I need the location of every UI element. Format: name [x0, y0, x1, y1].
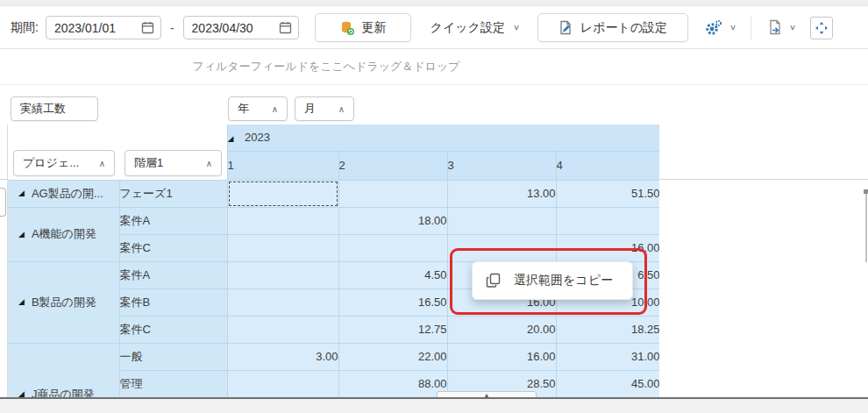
row-group-header[interactable]: ◢J商品の開発 — [8, 343, 119, 397]
pivot-cell-selected[interactable] — [227, 180, 338, 207]
column-field-year-button[interactable]: 年 ∧ — [228, 96, 288, 121]
pivot-cell[interactable] — [556, 207, 659, 234]
header-divider-right — [659, 179, 868, 180]
quick-settings-label: クイック設定 — [430, 20, 505, 36]
row-group-header[interactable]: ◢B製品の開発 — [8, 261, 119, 343]
pivot-cell[interactable]: 4.50 — [338, 261, 447, 288]
export-document-icon — [767, 19, 783, 36]
sort-ascending-icon: ∧ — [206, 159, 212, 168]
quick-settings-dropdown[interactable]: クイック設定 ∨ — [423, 15, 527, 41]
row-field-project-button[interactable]: プロジェ... ∧ — [13, 150, 115, 176]
year-header-cell[interactable]: ◢ 2023 — [227, 125, 659, 151]
row-sub-header[interactable]: 案件A — [119, 207, 227, 234]
vertical-scrollbar-cap — [864, 189, 868, 194]
row-sub-header[interactable]: フェーズ1 — [119, 180, 227, 207]
pivot-cell[interactable] — [227, 261, 338, 288]
row-group-header[interactable]: ◢A機能の開発 — [8, 207, 119, 261]
row-sub-header[interactable]: 案件A — [119, 261, 227, 288]
date-from-input[interactable]: 2023/01/01 — [46, 16, 161, 39]
collapse-triangle-icon[interactable]: ◢ — [18, 189, 25, 197]
row-group-header[interactable]: ◢AG製品の開... — [8, 180, 119, 207]
month-column-header[interactable]: 3 — [447, 151, 556, 180]
report-settings-label: レポートの設定 — [580, 20, 667, 36]
collapse-triangle-icon[interactable]: ◢ — [18, 298, 25, 306]
filter-zone-divider — [0, 84, 868, 85]
row-sub-header[interactable]: 一般 — [119, 343, 227, 370]
month-column-header[interactable]: 2 — [338, 151, 447, 180]
left-splitter-handle[interactable] — [0, 188, 6, 217]
report-edit-icon — [559, 20, 573, 35]
context-menu-copy-label: 選択範囲をコピー — [514, 273, 613, 288]
group-label: J商品の開発 — [32, 387, 95, 398]
pivot-cell[interactable] — [447, 234, 556, 261]
project-field-label: プロジェ... — [23, 155, 79, 171]
group-label: A機能の開発 — [32, 226, 96, 242]
pivot-cell[interactable] — [227, 207, 338, 234]
pivot-cell[interactable] — [227, 370, 338, 397]
collapse-triangle-icon[interactable]: ◢ — [228, 134, 234, 143]
pivot-cell[interactable]: 88.00 — [338, 370, 447, 397]
row-sub-header[interactable]: 案件C — [119, 316, 227, 343]
chevron-down-icon: ∨ — [729, 23, 736, 32]
pivot-cell[interactable] — [227, 234, 338, 261]
pivot-cell[interactable] — [227, 316, 338, 343]
calendar-icon[interactable] — [279, 21, 292, 34]
pivot-cell[interactable]: 16.00 — [556, 234, 659, 261]
collapse-triangle-icon[interactable]: ◢ — [18, 390, 25, 397]
update-button-label: 更新 — [362, 20, 387, 36]
database-refresh-icon — [339, 20, 355, 36]
pivot-cell[interactable]: 18.00 — [338, 207, 447, 234]
group-label: B製品の開発 — [32, 295, 96, 310]
app-window: 期間: 2023/01/01 - 2023/04/30 — [0, 0, 868, 413]
date-from-value: 2023/01/01 — [54, 21, 116, 35]
selection-marquee — [229, 182, 338, 206]
column-field-month-button[interactable]: 月 ∧ — [295, 96, 354, 121]
month-column-header[interactable]: 4 — [556, 151, 659, 180]
pivot-cell[interactable]: 18.25 — [556, 316, 659, 343]
pivot-cell[interactable] — [338, 234, 447, 261]
pivot-cell[interactable] — [227, 288, 338, 316]
toolbar-separator — [751, 16, 751, 40]
pivot-cell[interactable]: 51.50 — [556, 180, 659, 207]
sort-ascending-icon: ∧ — [99, 159, 105, 168]
vertical-scrollbar[interactable] — [865, 192, 867, 262]
gear-icon — [704, 19, 723, 37]
pivot-cell[interactable]: 16.00 — [447, 343, 556, 370]
settings-gear-dropdown[interactable]: ∨ — [701, 16, 740, 40]
calendar-icon[interactable] — [141, 21, 154, 34]
table-row: ◢J商品の開発 一般 3.00 22.00 16.00 31.00 — [8, 343, 659, 370]
group-label: AG製品の開... — [32, 186, 103, 202]
toolbar: 期間: 2023/01/01 - 2023/04/30 — [0, 7, 868, 48]
expand-layout-button[interactable] — [810, 17, 833, 39]
row-sub-header[interactable]: 案件B — [119, 288, 227, 316]
report-settings-button[interactable]: レポートの設定 — [537, 13, 688, 42]
pivot-cell[interactable]: 16.50 — [338, 288, 447, 316]
row-sub-header[interactable]: 管理 — [119, 370, 227, 397]
pivot-cell[interactable]: 3.00 — [227, 343, 338, 370]
pivot-cell[interactable] — [338, 180, 447, 207]
chevron-down-icon: ∨ — [513, 23, 520, 32]
year-field-label: 年 — [238, 101, 249, 117]
pivot-cell[interactable]: 12.75 — [338, 316, 447, 343]
period-label: 期間: — [11, 20, 39, 36]
month-field-label: 月 — [304, 101, 316, 117]
month-column-header[interactable]: 1 — [227, 151, 338, 180]
date-to-input[interactable]: 2023/04/30 — [183, 16, 299, 39]
update-button[interactable]: 更新 — [315, 13, 411, 42]
collapse-triangle-icon[interactable]: ◢ — [18, 231, 25, 239]
level-field-label: 階層1 — [134, 155, 163, 171]
pivot-cell[interactable]: 45.00 — [556, 370, 659, 397]
pivot-cell[interactable] — [447, 207, 556, 234]
context-menu-copy-selection[interactable]: 選択範囲をコピー — [472, 261, 633, 300]
data-field-button[interactable]: 実績工数 — [11, 96, 98, 121]
export-dropdown[interactable]: ∨ — [764, 16, 800, 39]
row-sub-header[interactable]: 案件C — [119, 234, 227, 261]
table-row: ◢AG製品の開... フェーズ1 13.00 51.50 — [8, 180, 659, 207]
pivot-cell[interactable]: 20.00 — [447, 316, 556, 343]
pivot-cell[interactable]: 22.00 — [338, 343, 447, 370]
filter-drop-zone[interactable]: フィルターフィールドをここへドラッグ＆ドロップ — [0, 49, 652, 84]
expand-arrows-icon — [815, 21, 829, 35]
pivot-cell[interactable]: 31.00 — [556, 343, 659, 370]
pivot-cell[interactable]: 13.00 — [447, 180, 556, 207]
row-field-level-button[interactable]: 階層1 ∧ — [125, 150, 222, 176]
